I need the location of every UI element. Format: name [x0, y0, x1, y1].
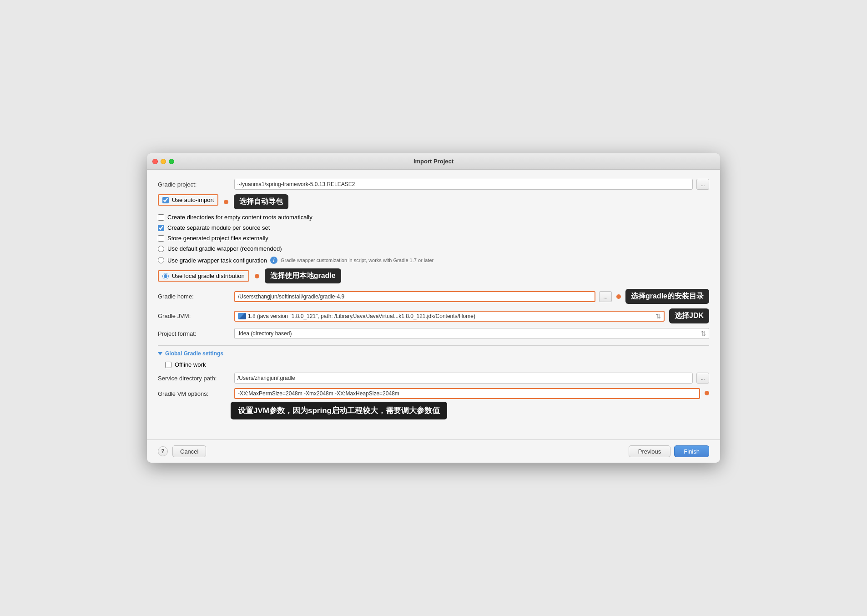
traffic-lights — [152, 159, 174, 164]
project-format-select[interactable]: .idea (directory based) ⇅ — [234, 328, 709, 339]
minimize-button[interactable] — [161, 159, 166, 164]
gradle-project-browse-button[interactable]: ... — [696, 179, 709, 190]
create-separate-row: Create separate module per source set — [158, 224, 709, 231]
offline-work-checkbox[interactable] — [165, 362, 171, 368]
store-generated-row: Store generated project files externally — [158, 235, 709, 242]
project-format-value: .idea (directory based) — [237, 330, 292, 337]
select-jdk-annotation: 选择JDK — [669, 308, 709, 323]
use-local-gradle-label: Use local gradle distribution — [172, 273, 245, 279]
gradle-project-input[interactable] — [234, 179, 693, 190]
gradle-project-row: Gradle project: ... — [158, 179, 709, 190]
store-generated-label: Store generated project files externally — [167, 235, 268, 242]
use-default-gradle-label: Use default gradle wrapper (recommended) — [167, 245, 282, 252]
use-auto-import-row: Use auto-import — [158, 194, 218, 206]
create-dirs-checkbox[interactable] — [158, 214, 164, 221]
gradle-task-info-text: Gradle wrapper customization in script, … — [281, 258, 434, 263]
local-gradle-dot — [255, 274, 259, 278]
window-title: Import Project — [413, 158, 454, 165]
gradle-vm-input[interactable] — [234, 388, 700, 399]
project-format-label: Project format: — [158, 330, 231, 337]
gradle-home-input[interactable] — [234, 291, 595, 302]
auto-import-dot — [224, 200, 228, 204]
gradle-home-label: Gradle home: — [158, 293, 231, 300]
gradle-jvm-row-main: Gradle JVM: 1.8 (java version "1.8.0_121… — [158, 311, 665, 322]
gradle-home-dot — [616, 294, 621, 299]
use-auto-import-label: Use auto-import — [172, 197, 214, 203]
use-auto-import-checkbox[interactable] — [162, 197, 169, 203]
gradle-vm-label: Gradle VM options: — [158, 390, 231, 397]
service-dir-browse-button[interactable]: ... — [696, 373, 709, 384]
gradle-jvm-value: 1.8 (java version "1.8.0_121", path: /Li… — [248, 313, 475, 319]
gradle-project-label: Gradle project: — [158, 181, 231, 188]
use-gradle-task-label: Use gradle wrapper task configuration — [167, 257, 267, 264]
title-bar: Import Project — [147, 153, 720, 170]
jvm-params-annotation: 设置JVM参数，因为spring启动工程较大，需要调大参数值 — [231, 402, 447, 419]
auto-import-annotation: 选择自动导包 — [234, 194, 288, 209]
local-gradle-annotation: 选择使用本地gradle — [265, 268, 341, 283]
previous-button[interactable]: Previous — [629, 445, 671, 457]
service-dir-label: Service directory path: — [158, 375, 231, 382]
create-separate-label: Create separate module per source set — [167, 224, 270, 231]
import-project-window: Import Project Gradle project: ... Use a… — [147, 153, 720, 463]
footer-right: Previous Finish — [629, 445, 709, 457]
use-gradle-task-row: Use gradle wrapper task configuration i … — [158, 257, 709, 264]
gradle-home-browse-button[interactable]: ... — [599, 291, 612, 302]
footer-left: ? Cancel — [158, 445, 206, 457]
gradle-home-row-main: Gradle home: ... — [158, 291, 612, 302]
create-dirs-row: Create directories for empty content roo… — [158, 214, 709, 221]
gradle-dir-annotation: 选择gradle的安装目录 — [625, 289, 709, 304]
use-local-gradle-radio[interactable] — [162, 273, 169, 279]
gradle-task-info-icon: i — [270, 257, 277, 264]
form-content: Gradle project: ... Use auto-import 选择自动… — [147, 170, 720, 430]
use-default-gradle-radio[interactable] — [158, 246, 164, 252]
section-divider — [158, 345, 709, 346]
service-dir-input[interactable] — [234, 373, 693, 384]
finish-button[interactable]: Finish — [674, 445, 709, 457]
global-gradle-label: Global Gradle settings — [165, 350, 223, 357]
offline-work-label: Offline work — [175, 361, 206, 368]
cancel-button[interactable]: Cancel — [172, 445, 206, 457]
help-button[interactable]: ? — [158, 446, 168, 456]
use-local-gradle-row: Use local gradle distribution — [158, 270, 249, 282]
project-format-row: Project format: .idea (directory based) … — [158, 328, 709, 339]
global-gradle-header: Global Gradle settings — [158, 350, 709, 357]
gradle-jvm-label: Gradle JVM: — [158, 313, 231, 319]
store-generated-checkbox[interactable] — [158, 235, 164, 242]
footer: ? Cancel Previous Finish — [147, 439, 720, 463]
maximize-button[interactable] — [169, 159, 174, 164]
use-default-gradle-row: Use default gradle wrapper (recommended) — [158, 245, 709, 252]
gradle-vm-row-main: Gradle VM options: — [158, 388, 700, 399]
service-dir-row: Service directory path: ... — [158, 373, 709, 384]
use-gradle-task-radio[interactable] — [158, 257, 164, 263]
create-dirs-label: Create directories for empty content roo… — [167, 214, 313, 221]
gradle-jvm-select[interactable]: 1.8 (java version "1.8.0_121", path: /Li… — [234, 311, 665, 322]
offline-work-row: Offline work — [165, 361, 709, 368]
gradle-vm-dot — [705, 391, 709, 395]
collapse-triangle-icon[interactable] — [158, 352, 162, 355]
create-separate-checkbox[interactable] — [158, 225, 164, 231]
close-button[interactable] — [152, 159, 158, 164]
